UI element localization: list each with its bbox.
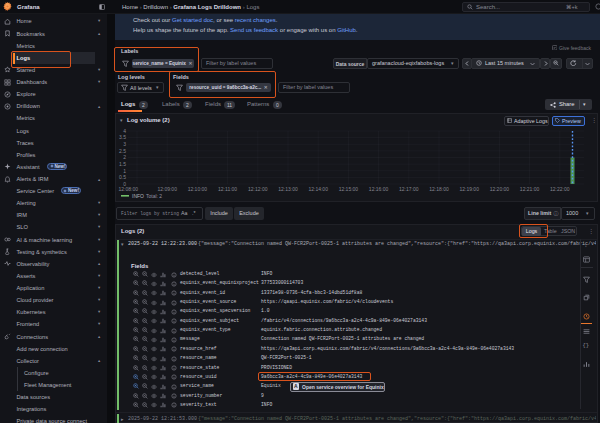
- svg-text:12:17:00: 12:17:00: [399, 186, 419, 192]
- svg-text:2.5: 2.5: [119, 148, 126, 154]
- svg-text:3: 3: [123, 141, 126, 147]
- svg-text:12:22:00: 12:22:00: [550, 186, 570, 192]
- svg-text:12:21:00: 12:21:00: [520, 186, 540, 192]
- svg-text:12:20:00: 12:20:00: [490, 186, 510, 192]
- svg-text:12:15:00: 12:15:00: [339, 186, 359, 192]
- svg-text:12:09:00: 12:09:00: [157, 186, 177, 192]
- svg-text:12:11:00: 12:11:00: [218, 186, 237, 192]
- svg-text:1.5: 1.5: [119, 161, 126, 167]
- svg-text:0.5: 0.5: [119, 174, 126, 180]
- svg-text:12:12:00: 12:12:00: [248, 186, 268, 192]
- svg-text:12:14:00: 12:14:00: [308, 186, 328, 192]
- svg-text:12:16:00: 12:16:00: [369, 186, 389, 192]
- svg-text:12:08:00: 12:08:00: [119, 186, 139, 192]
- svg-text:3.5: 3.5: [119, 134, 126, 140]
- svg-text:4: 4: [123, 128, 126, 134]
- svg-text:1: 1: [123, 168, 126, 174]
- svg-text:12:19:00: 12:19:00: [459, 186, 479, 192]
- svg-text:12:13:00: 12:13:00: [278, 186, 298, 192]
- svg-text:12:18:00: 12:18:00: [429, 186, 449, 192]
- svg-text:Total: 2: Total: 2: [146, 193, 162, 199]
- svg-text:2: 2: [123, 154, 126, 160]
- svg-text:12:10:00: 12:10:00: [188, 186, 208, 192]
- svg-text:INFO: INFO: [132, 193, 144, 199]
